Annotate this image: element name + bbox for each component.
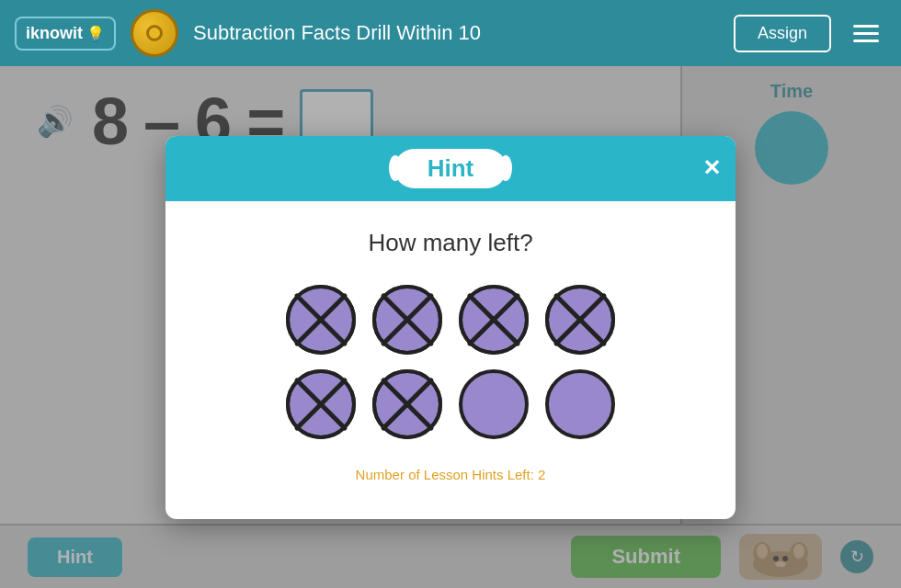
modal-header: Hint ✕: [165, 136, 736, 201]
lesson-title: Subtraction Facts Drill Within 10: [193, 21, 719, 45]
coin-icon: [131, 9, 178, 57]
hint-question: How many left?: [368, 229, 532, 257]
header: iknowit 💡 Subtraction Facts Drill Within…: [0, 0, 901, 66]
hints-left-text: Number of Lesson Hints Left: 2: [356, 467, 546, 482]
menu-button[interactable]: [846, 17, 886, 50]
circle-plain-2: [543, 368, 617, 441]
modal-body: How many left?: [165, 201, 736, 519]
circle-x-1: [284, 283, 358, 356]
logo-text: iknowit: [26, 24, 83, 43]
circle-plain-1: [457, 368, 530, 441]
circle-x-2: [371, 283, 444, 356]
modal-title: Hint: [428, 154, 474, 182]
circles-row-1: [284, 283, 617, 356]
circle-x-3: [457, 283, 530, 356]
circles-container: [284, 283, 617, 441]
circle-x-5: [284, 368, 358, 441]
circle-x-6: [371, 368, 444, 441]
hamburger-line-2: [853, 32, 879, 35]
svg-point-33: [547, 371, 613, 437]
coin-inner: [146, 25, 163, 41]
circle-x-4: [543, 283, 617, 356]
hamburger-line-3: [853, 40, 879, 42]
modal-title-pill: Hint: [394, 149, 508, 188]
logo: iknowit 💡: [15, 17, 116, 51]
modal-overlay: Hint ✕ How many left?: [0, 66, 901, 588]
modal-close-button[interactable]: ✕: [702, 157, 721, 179]
circles-row-2: [284, 368, 617, 441]
svg-point-32: [461, 371, 527, 437]
assign-button[interactable]: Assign: [734, 15, 831, 52]
hint-modal: Hint ✕ How many left?: [165, 136, 736, 519]
hamburger-line-1: [853, 25, 879, 28]
main-area: 🔊 8 – 6 = Time Hint Submit: [0, 66, 901, 588]
logo-bulb-icon: 💡: [86, 25, 105, 42]
